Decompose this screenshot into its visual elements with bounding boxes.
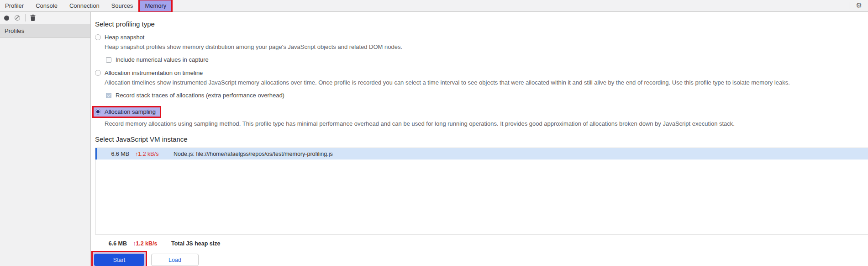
allocation-timeline-description: Allocation timelines show instrumented J… bbox=[105, 79, 868, 86]
radio-label: Allocation instrumentation on timeline bbox=[105, 69, 203, 76]
profiles-sidebar: Profiles bbox=[0, 12, 91, 266]
record-icon[interactable] bbox=[4, 16, 9, 21]
radio-icon[interactable] bbox=[95, 70, 101, 76]
memory-panel: Select profiling type Heap snapshot Heap… bbox=[91, 12, 868, 266]
clear-all-icon[interactable] bbox=[15, 15, 20, 21]
allocation-sampling-description: Record memory allocations using sampling… bbox=[105, 120, 868, 127]
vm-heap-size: 6.6 MB bbox=[97, 151, 129, 157]
toolbar-separator bbox=[849, 2, 849, 9]
checkbox-icon[interactable] bbox=[106, 57, 111, 63]
start-button[interactable]: Start bbox=[94, 254, 144, 266]
start-button-annotation: Start bbox=[91, 251, 147, 266]
radio-label: Allocation sampling bbox=[105, 108, 156, 115]
radio-selected-icon[interactable] bbox=[95, 109, 101, 115]
vm-heap-rate: ↑1.2 kB/s bbox=[135, 151, 169, 157]
vm-instance-name: Node.js: file:///home/rafaelgss/repos/os… bbox=[174, 151, 333, 157]
tab-memory[interactable]: Memory bbox=[140, 0, 171, 11]
checkbox-include-numerical-values[interactable]: Include numerical values in capture bbox=[106, 56, 868, 63]
checkbox-checked-icon[interactable] bbox=[106, 93, 111, 98]
tab-connection[interactable]: Connection bbox=[64, 0, 105, 11]
heap-totals-row: 6.6 MB ↑1.2 kB/s Total JS heap size bbox=[95, 240, 868, 247]
action-buttons-row: Start Load bbox=[95, 251, 868, 266]
toolbar-separator bbox=[25, 14, 26, 21]
checkbox-label: Record stack traces of allocations (extr… bbox=[116, 92, 284, 99]
settings-gear-icon[interactable]: ⚙ bbox=[856, 2, 862, 9]
profiles-toolbar bbox=[0, 12, 90, 24]
radio-heap-snapshot[interactable]: Heap snapshot bbox=[95, 34, 868, 41]
total-heap-rate: ↑1.2 kB/s bbox=[133, 240, 167, 247]
radio-label: Heap snapshot bbox=[105, 34, 144, 41]
vm-instance-heading: Select JavaScript VM instance bbox=[95, 135, 868, 143]
heap-snapshot-description: Heap snapshot profiles show memory distr… bbox=[105, 43, 868, 50]
checkbox-label: Include numerical values in capture bbox=[116, 56, 209, 63]
tab-console[interactable]: Console bbox=[31, 0, 63, 11]
total-heap-size: 6.6 MB bbox=[95, 240, 127, 247]
tabbar-right-controls: ⚙ bbox=[849, 2, 868, 9]
radio-icon[interactable] bbox=[95, 34, 101, 40]
profiles-section-header[interactable]: Profiles bbox=[0, 24, 90, 38]
tab-profiler[interactable]: Profiler bbox=[0, 0, 29, 11]
tab-sources[interactable]: Sources bbox=[106, 0, 138, 11]
radio-allocation-timeline[interactable]: Allocation instrumentation on timeline bbox=[95, 69, 868, 76]
tab-bar: Profiler Console Connection Sources Memo… bbox=[0, 0, 868, 12]
radio-allocation-sampling-highlighted[interactable]: Allocation sampling bbox=[92, 106, 161, 118]
vm-instance-list[interactable]: 6.6 MB ↑1.2 kB/s Node.js: file:///home/r… bbox=[95, 148, 868, 234]
profiling-type-heading: Select profiling type bbox=[95, 20, 868, 28]
trash-icon[interactable] bbox=[30, 15, 36, 21]
profiles-label: Profiles bbox=[5, 27, 24, 34]
total-heap-label: Total JS heap size bbox=[171, 240, 220, 247]
load-button[interactable]: Load bbox=[151, 254, 199, 266]
checkbox-record-stack-traces[interactable]: Record stack traces of allocations (extr… bbox=[106, 92, 868, 99]
vm-instance-row-selected[interactable]: 6.6 MB ↑1.2 kB/s Node.js: file:///home/r… bbox=[95, 148, 868, 160]
